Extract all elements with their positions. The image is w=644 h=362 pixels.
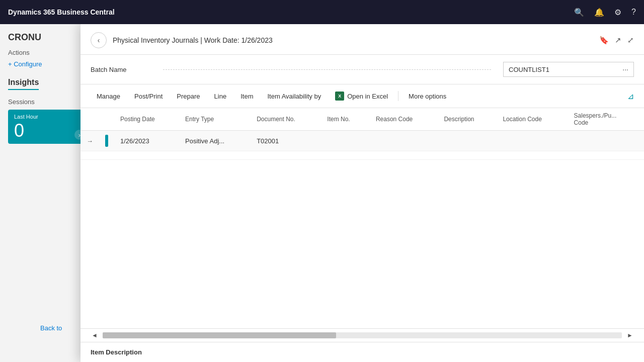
cell-location-code-empty[interactable] bbox=[497, 151, 568, 160]
prepare-button[interactable]: Prepare bbox=[171, 89, 206, 103]
item-button[interactable]: Item bbox=[234, 89, 259, 103]
configure-label: + Configure bbox=[8, 60, 42, 68]
bookmark-icon[interactable]: 🔖 bbox=[599, 36, 609, 45]
top-bar-icons: 🔍 🔔 ⚙ ? bbox=[574, 8, 636, 17]
col-header-item-no[interactable]: Item No. bbox=[321, 108, 370, 131]
filter-icon[interactable]: ⊿ bbox=[627, 92, 634, 101]
table-header-row: Posting Date Entry Type Document No. Ite… bbox=[80, 108, 644, 131]
cell-posting-date-empty[interactable] bbox=[114, 151, 179, 160]
settings-icon[interactable]: ⚙ bbox=[614, 8, 621, 17]
cell-posting-date[interactable]: 1/26/2023 bbox=[114, 131, 179, 151]
table-area: Posting Date Entry Type Document No. Ite… bbox=[80, 108, 644, 328]
insights-tab[interactable]: Insights bbox=[8, 78, 39, 90]
col-header-arrow bbox=[80, 108, 99, 131]
scroll-thumb[interactable] bbox=[103, 332, 336, 338]
row-indicator-cell bbox=[99, 131, 114, 151]
bell-icon[interactable]: 🔔 bbox=[594, 8, 604, 17]
sessions-card: Last Hour 0 › bbox=[8, 110, 89, 144]
modal-header-actions: 🔖 ↗ ⤢ bbox=[599, 36, 634, 45]
cell-description[interactable] bbox=[438, 131, 497, 151]
open-excel-button[interactable]: X Open in Excel bbox=[329, 88, 394, 104]
item-availability-button[interactable]: Item Availability by bbox=[261, 89, 327, 103]
col-header-posting-date[interactable]: Posting Date bbox=[114, 108, 179, 131]
back-to-link[interactable]: Back to bbox=[40, 324, 62, 332]
sessions-card-header: Last Hour bbox=[14, 114, 83, 120]
scroll-right-button[interactable]: ► bbox=[626, 331, 634, 340]
col-header-indicator bbox=[99, 108, 114, 131]
help-icon[interactable]: ? bbox=[631, 8, 636, 17]
row-indicator-empty bbox=[99, 151, 114, 160]
toolbar: Manage Post/Print Prepare Line Item Item… bbox=[80, 84, 644, 108]
scroll-left-button[interactable]: ◄ bbox=[91, 331, 99, 340]
col-header-entry-type[interactable]: Entry Type bbox=[179, 108, 251, 131]
col-header-description[interactable]: Description bbox=[438, 108, 497, 131]
table-row[interactable] bbox=[80, 151, 644, 160]
modal-header: ‹ Physical Inventory Journals | Work Dat… bbox=[80, 24, 644, 55]
open-excel-label: Open in Excel bbox=[347, 93, 388, 100]
col-header-reason-code[interactable]: Reason Code bbox=[370, 108, 438, 131]
search-icon[interactable]: 🔍 bbox=[574, 8, 584, 17]
col-header-document-no[interactable]: Document No. bbox=[251, 108, 321, 131]
open-new-window-icon[interactable]: ↗ bbox=[615, 36, 621, 45]
cell-document-no[interactable]: T02001 bbox=[251, 131, 321, 151]
cell-entry-type-empty[interactable] bbox=[179, 151, 251, 160]
toolbar-divider bbox=[398, 91, 398, 101]
cell-item-no[interactable] bbox=[321, 131, 370, 151]
cell-document-no-empty[interactable] bbox=[251, 151, 321, 160]
batch-value-field[interactable]: COUNTLIST1 ··· bbox=[503, 62, 634, 77]
cell-reason-code-empty[interactable] bbox=[370, 151, 438, 160]
back-button[interactable]: ‹ bbox=[91, 32, 107, 48]
row-indicator bbox=[105, 135, 108, 147]
data-table: Posting Date Entry Type Document No. Ite… bbox=[80, 108, 644, 160]
cell-entry-type[interactable]: Positive Adj... bbox=[179, 131, 251, 151]
modal-panel: ‹ Physical Inventory Journals | Work Dat… bbox=[80, 24, 644, 362]
cell-salespers-code[interactable] bbox=[568, 131, 644, 151]
modal-footer: Item Description bbox=[80, 342, 644, 362]
horizontal-scrollbar: ◄ ► bbox=[80, 328, 644, 342]
scroll-track[interactable] bbox=[103, 332, 622, 338]
batch-dotted-line bbox=[163, 69, 491, 70]
batch-value-text: COUNTLIST1 bbox=[509, 66, 549, 73]
footer-item-description-label: Item Description bbox=[91, 348, 142, 356]
line-button[interactable]: Line bbox=[208, 89, 233, 103]
sessions-card-value: 0 bbox=[14, 122, 83, 140]
batch-name-row: Batch Name COUNTLIST1 ··· bbox=[80, 55, 644, 84]
row-arrow-empty bbox=[80, 151, 99, 160]
more-options-button[interactable]: More options bbox=[403, 89, 452, 103]
post-print-button[interactable]: Post/Print bbox=[128, 89, 169, 103]
cell-reason-code[interactable] bbox=[370, 131, 438, 151]
fullscreen-icon[interactable]: ⤢ bbox=[627, 36, 634, 45]
app-title: Dynamics 365 Business Central bbox=[8, 8, 574, 16]
col-header-location-code[interactable]: Location Code bbox=[497, 108, 568, 131]
cell-location-code[interactable] bbox=[497, 131, 568, 151]
col-header-salespers-code[interactable]: Salespers./Pu...Code bbox=[568, 108, 644, 131]
cell-item-no-empty[interactable] bbox=[321, 151, 370, 160]
row-arrow-icon: → bbox=[80, 131, 99, 151]
manage-button[interactable]: Manage bbox=[91, 89, 126, 103]
excel-icon: X bbox=[335, 92, 344, 101]
top-navigation-bar: Dynamics 365 Business Central 🔍 🔔 ⚙ ? bbox=[0, 0, 644, 24]
batch-name-label: Batch Name bbox=[91, 66, 151, 73]
cell-salespers-code-empty[interactable] bbox=[568, 151, 644, 160]
cell-description-empty[interactable] bbox=[438, 151, 497, 160]
table-row[interactable]: → 1/26/2023 Positive Adj... T02001 bbox=[80, 131, 644, 151]
batch-ellipsis-button[interactable]: ··· bbox=[622, 65, 628, 73]
modal-title: Physical Inventory Journals | Work Date:… bbox=[113, 36, 593, 44]
